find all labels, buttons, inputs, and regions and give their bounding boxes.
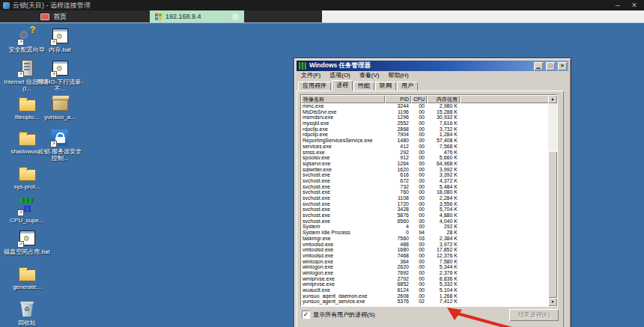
cell-mem: 15,288 K xyxy=(427,109,460,115)
table-row[interactable]: svchost.exe672004,372 K xyxy=(301,178,548,184)
cell-pid: 1620 xyxy=(385,167,411,173)
cell-mem: 7,568 K xyxy=(427,144,460,150)
cell-name: winlogon.exe xyxy=(301,270,385,276)
cell-mem: 1,284 K xyxy=(427,132,460,138)
table-row[interactable]: svchost.exe3428005,704 K xyxy=(301,207,548,213)
cell-mem: 8,836 K xyxy=(427,276,460,282)
taskmgr-tab-performance[interactable]: 性能 xyxy=(353,82,374,91)
tab-home-label: 首页 xyxy=(53,12,67,22)
tab-close-icon[interactable] xyxy=(232,13,239,20)
cell-cpu: 00 xyxy=(411,276,427,282)
app-minimize-button[interactable]: ─ xyxy=(611,0,625,10)
table-row[interactable]: vmtoolsd.exe16800017,852 K xyxy=(301,247,548,253)
desktop-icon-8[interactable]: sys-prot... xyxy=(3,164,51,190)
column-header-memory[interactable]: 内存使用 xyxy=(427,95,460,103)
desktop-icon-11[interactable]: generate... xyxy=(3,264,51,290)
table-row[interactable]: rdpclip.exe2868003,732 K xyxy=(301,126,548,132)
menu-item-file[interactable]: 文件(F) xyxy=(297,71,325,79)
table-row[interactable]: wmiprvse.exe6852005,332 K xyxy=(301,281,548,287)
scroll-up-icon[interactable]: ▲ xyxy=(548,95,557,103)
table-row[interactable]: svchost.exe1108002,284 K xyxy=(301,195,548,201)
vertical-scrollbar[interactable]: ▲ ▼ xyxy=(548,95,557,306)
table-row[interactable]: winlogon.exe2620005,344 K xyxy=(301,264,548,270)
cell-name: wuauclt.exe xyxy=(301,287,385,293)
cell-cpu: 00 xyxy=(411,207,427,213)
cell-name: svchost.exe xyxy=(301,189,385,195)
cell-mem: 3,556 K xyxy=(427,201,460,207)
menu-item-view[interactable]: 查看(V) xyxy=(355,71,384,79)
column-header-pid[interactable]: PID xyxy=(385,95,411,103)
taskmgr-maximize-button[interactable]: □ xyxy=(546,62,555,70)
desktop-icon-3[interactable]: ↗网络IO-下行流量-不... xyxy=(36,59,84,92)
table-row[interactable]: mysqld.exe2552007,616 K xyxy=(301,120,548,126)
table-row[interactable]: ReportingServicesService.exe14800057,408… xyxy=(301,138,548,144)
scroll-down-icon[interactable]: ▼ xyxy=(548,298,557,306)
table-row[interactable]: svchost.exe7600018,080 K xyxy=(301,189,548,195)
table-row[interactable]: MsDtsSrvr.exe11960015,288 K xyxy=(301,109,548,115)
table-row[interactable]: vmtoolsd.exe488003,972 K xyxy=(301,242,548,248)
desktop-icon-1[interactable]: ↗内存.bat xyxy=(36,27,84,53)
table-row[interactable]: System400292 K xyxy=(301,224,548,230)
desktop-icon-9[interactable]: ↗CPU_supe... xyxy=(3,198,51,224)
tab-home[interactable]: 首页 xyxy=(30,10,77,22)
taskmgr-minimize-button[interactable]: ▁ xyxy=(534,62,543,70)
table-row[interactable]: sqlwriter.exe1620003,992 K xyxy=(301,167,548,173)
table-row[interactable]: msmdsrv.exe12960030,932 K xyxy=(301,114,548,120)
cell-pid: 3428 xyxy=(385,207,411,213)
table-row[interactable]: vmtoolsd.exe74680012,376 K xyxy=(301,253,548,259)
table-row[interactable]: svchost.exe616003,392 K xyxy=(301,172,548,178)
taskmgr-tab-applications[interactable]: 应用程序 xyxy=(298,82,331,91)
cell-pid: 672 xyxy=(385,178,411,184)
table-row[interactable]: winlogon.exe364007,580 K xyxy=(301,259,548,265)
table-row[interactable]: yunsuo_agent_service.exe5376027,412 K xyxy=(301,299,548,305)
cell-cpu: 94 xyxy=(411,230,427,236)
table-row[interactable]: wuauclt.exe6124005,104 K xyxy=(301,287,548,293)
table-row[interactable]: mmc.exe3244002,980 K xyxy=(301,103,548,109)
column-header-image-name[interactable]: 映像名称 xyxy=(301,95,385,103)
desktop-icon-10[interactable]: ↗磁盘空间占用.bat xyxy=(3,229,51,255)
cell-mem: 28 K xyxy=(427,230,460,236)
taskmgr-tab-users[interactable]: 用户 xyxy=(397,82,418,91)
folder-icon xyxy=(17,264,37,282)
column-header-cpu[interactable]: CPU xyxy=(411,95,427,103)
table-row[interactable]: sqlservr.exe12640064,968 K xyxy=(301,161,548,167)
desktop-icon-5[interactable]: yunsuo_a... xyxy=(36,94,84,120)
end-process-button[interactable]: 结束进程(E) xyxy=(509,309,559,321)
table-row[interactable]: spoolsv.exe912005,660 K xyxy=(301,155,548,161)
app-close-button[interactable]: ✕ xyxy=(628,0,641,10)
cell-name: mysqld.exe xyxy=(301,120,385,126)
desktop-icon-label: 磁盘空间占用.bat xyxy=(4,248,49,255)
table-row[interactable]: svchost.exe1720003,556 K xyxy=(301,201,548,207)
cell-mem: 4,372 K xyxy=(427,178,460,184)
taskmgr-titlebar[interactable]: Windows 任务管理器 ▁ □ ✕ xyxy=(297,61,568,71)
taskmgr-close-button[interactable]: ✕ xyxy=(558,62,567,70)
cell-mem: 7,580 K xyxy=(427,259,460,265)
table-row[interactable]: winlogon.exe7692002,376 K xyxy=(301,270,548,276)
cell-name: System Idle Process xyxy=(301,230,385,236)
taskmgr-tab-processes[interactable]: 进程 xyxy=(332,80,353,91)
menu-item-options[interactable]: 选项(O) xyxy=(325,71,355,79)
cell-pid: 6124 xyxy=(385,287,411,293)
desktop-icon-7[interactable]: ↗云锁-服务器安全控制... xyxy=(36,129,84,162)
table-row[interactable]: rdpclip.exe7904001,284 K xyxy=(301,132,548,138)
table-row[interactable]: System Idle Process09428 K xyxy=(301,230,548,236)
scrollbar-thumb[interactable] xyxy=(548,151,557,298)
cell-pid: 1480 xyxy=(385,138,411,144)
table-row[interactable]: services.exe412007,568 K xyxy=(301,144,548,150)
table-row[interactable]: svchost.exe6560004,040 K xyxy=(301,218,548,224)
menu-item-help[interactable]: 帮助(H) xyxy=(383,71,413,79)
table-row[interactable]: svchost.exe732005,484 K xyxy=(301,184,548,190)
cell-cpu: 00 xyxy=(411,109,427,115)
cell-pid: 912 xyxy=(385,155,411,161)
table-row[interactable]: taskmgr.exe7560032,384 K xyxy=(301,236,548,242)
table-row[interactable]: smss.exe29200476 K xyxy=(301,150,548,156)
desktop-icon-12[interactable]: 回收站 xyxy=(3,300,51,326)
cell-pid: 1264 xyxy=(385,161,411,167)
table-row[interactable]: yunsuo_agent_daemon.exe2608001,268 K xyxy=(301,293,548,299)
table-row[interactable]: svchost.exe5876004,880 K xyxy=(301,213,548,218)
table-row[interactable]: wmiprvse.exe2792008,836 K xyxy=(301,276,548,282)
taskmgr-tab-networking[interactable]: 联网 xyxy=(375,82,396,91)
cell-cpu: 00 xyxy=(411,161,427,167)
tab-session[interactable]: 192.168.9.4 xyxy=(150,10,244,22)
show-all-users-checkbox[interactable]: ✓ xyxy=(302,311,310,319)
